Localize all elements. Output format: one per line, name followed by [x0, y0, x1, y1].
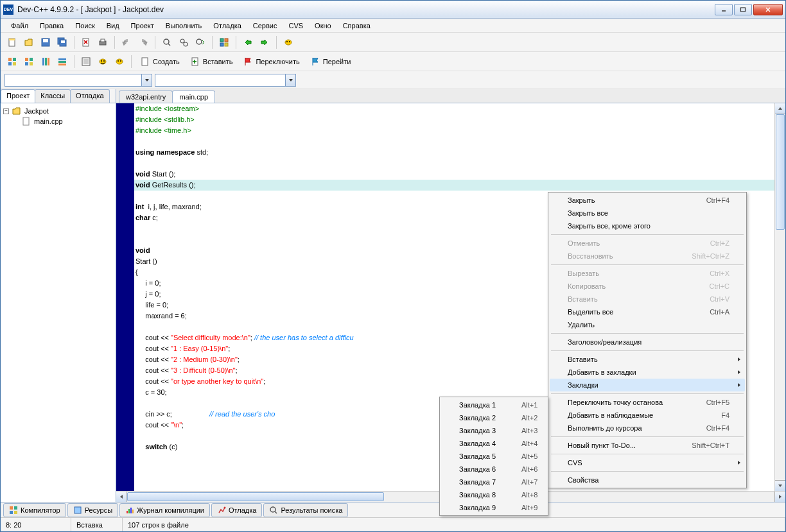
- context-menu-main[interactable]: ЗакрытьCtrl+F4Закрыть всеЗакрыть все, кр…: [548, 192, 747, 488]
- scroll-left-icon[interactable]: [116, 492, 127, 502]
- class-combo[interactable]: [4, 74, 152, 87]
- bottomtab-3[interactable]: Отладка: [211, 503, 262, 517]
- close-file-button[interactable]: [78, 35, 94, 50]
- menuitem-cvs[interactable]: CVS: [550, 456, 745, 469]
- svg-rect-31: [13, 62, 16, 65]
- scroll-up-icon[interactable]: [775, 103, 785, 114]
- menuitem-закладка-9[interactable]: Закладка 9Alt+9: [441, 501, 546, 514]
- menuitem-добавить-в-наблюдаемые[interactable]: Добавить в наблюдаемыеF4: [550, 409, 745, 422]
- tool-vbar-icon[interactable]: [38, 54, 53, 69]
- menu-cvs[interactable]: CVS: [283, 19, 308, 32]
- menuitem-выделить-все[interactable]: Выделить всеCtrl+A: [550, 305, 745, 318]
- menu-поиск[interactable]: Поиск: [70, 19, 100, 32]
- toggle-labeled-button[interactable]: Переключить: [238, 54, 304, 69]
- scroll-thumb-h[interactable]: [127, 492, 384, 501]
- print-button[interactable]: [95, 35, 110, 50]
- menuitem-выполнить-до-курсора[interactable]: Выполнить до курсораCtrl+F4: [550, 422, 745, 434]
- menuitem-закладки[interactable]: Закладки: [550, 379, 745, 391]
- project-tree[interactable]: − Jackpot main.cpp: [1, 103, 116, 502]
- svg-rect-58: [127, 511, 128, 513]
- menuitem-закладка-1[interactable]: Закладка 1Alt+1: [441, 399, 546, 411]
- findnext-button[interactable]: [193, 35, 208, 50]
- tool-hbar-icon[interactable]: [55, 54, 70, 69]
- menu-выполнить[interactable]: Выполнить: [161, 19, 207, 32]
- svg-rect-1: [741, 8, 746, 12]
- sidetab-0[interactable]: Проект: [1, 89, 35, 103]
- save-button[interactable]: [38, 35, 53, 50]
- minimize-button[interactable]: [715, 4, 733, 15]
- collapse-icon[interactable]: −: [3, 108, 9, 114]
- filetab-w32api.entry[interactable]: w32api.entry: [119, 90, 173, 103]
- menu-сервис[interactable]: Сервис: [248, 19, 283, 32]
- menu-правка[interactable]: Правка: [35, 19, 69, 32]
- method-combo[interactable]: [155, 74, 296, 87]
- scroll-right-icon[interactable]: [774, 492, 785, 502]
- chevron-down-icon[interactable]: [141, 74, 152, 86]
- new-file-button[interactable]: [4, 35, 20, 50]
- menu-вид[interactable]: Вид: [101, 19, 125, 32]
- bottomtab-0[interactable]: Компилятор: [3, 503, 66, 517]
- class-combo-input[interactable]: [5, 76, 141, 84]
- menuitem-закладка-5[interactable]: Закладка 5Alt+5: [441, 450, 546, 463]
- menuitem-закрыть-все[interactable]: Закрыть все: [550, 207, 745, 219]
- menu-окно[interactable]: Окно: [310, 19, 336, 32]
- goto-labeled-button[interactable]: Перейти: [306, 54, 356, 69]
- bottomtab-1[interactable]: Ресурсы: [67, 503, 118, 517]
- menuitem-свойства[interactable]: Свойства: [550, 474, 745, 486]
- menu-отладка[interactable]: Отладка: [208, 19, 246, 32]
- titlebar[interactable]: DEV Dev-C++ 4.9.9.2 - [ Jackpot ] - Jack…: [1, 1, 785, 19]
- menu-проект[interactable]: Проект: [126, 19, 159, 32]
- insert-labeled-button[interactable]: Вставить: [186, 54, 238, 69]
- new-labeled-button[interactable]: Создать: [135, 54, 184, 69]
- menuitem-закладка-3[interactable]: Закладка 3Alt+3: [441, 424, 546, 437]
- sidetab-2[interactable]: Отладка: [70, 89, 109, 103]
- menuitem-удалить[interactable]: Удалить: [550, 318, 745, 331]
- tree-file[interactable]: main.cpp: [3, 116, 113, 126]
- gutter[interactable]: [116, 103, 134, 491]
- debug-button[interactable]: [281, 35, 296, 50]
- saveall-button[interactable]: [55, 35, 70, 50]
- redo-button[interactable]: [135, 35, 151, 50]
- vertical-scrollbar[interactable]: [774, 103, 785, 491]
- menuitem-закладка-2[interactable]: Закладка 2Alt+2: [441, 411, 546, 424]
- undo-button[interactable]: [119, 35, 134, 50]
- bottomtab-2[interactable]: Журнал компиляции: [119, 503, 210, 517]
- fullscreen-icon[interactable]: [78, 54, 94, 69]
- tool-grid-icon[interactable]: [4, 54, 20, 69]
- help2-icon[interactable]: [112, 54, 127, 69]
- maximize-button[interactable]: [734, 4, 752, 15]
- scroll-down-icon[interactable]: [775, 480, 785, 491]
- scroll-thumb[interactable]: [776, 114, 785, 230]
- menuitem-добавить-в-закладки[interactable]: Добавить в закладки: [550, 366, 745, 379]
- close-button[interactable]: [753, 4, 783, 15]
- bottomtab-icon: [73, 506, 82, 515]
- menu-справка[interactable]: Справка: [338, 19, 376, 32]
- sidetab-1[interactable]: Классы: [35, 89, 71, 103]
- menuitem-вставить[interactable]: Вставить: [550, 353, 745, 366]
- menuitem-закладка-8[interactable]: Закладка 8Alt+8: [441, 488, 546, 501]
- open-button[interactable]: [21, 35, 37, 50]
- replace-button[interactable]: [176, 35, 191, 50]
- filetab-main.cpp[interactable]: main.cpp: [172, 90, 215, 103]
- menu-файл[interactable]: Файл: [6, 19, 33, 32]
- menuitem-новый-пункт-to-do...[interactable]: Новый пункт To-Do...Shift+Ctrl+T: [550, 439, 745, 452]
- menuitem-закладка-6[interactable]: Закладка 6Alt+6: [441, 463, 546, 476]
- tree-root[interactable]: − Jackpot: [3, 106, 113, 116]
- menuitem-закладка-7[interactable]: Закладка 7Alt+7: [441, 476, 546, 488]
- bottomtab-4[interactable]: Результаты поиска: [263, 503, 348, 517]
- menuitem-заголовок/реализация[interactable]: Заголовок/реализация: [550, 336, 745, 348]
- help-icon[interactable]: [95, 54, 110, 69]
- chevron-right-icon: [737, 460, 741, 465]
- menuitem-переключить-точку-останова[interactable]: Переключить точку остановаCtrl+F5: [550, 396, 745, 409]
- run-button[interactable]: [240, 35, 256, 50]
- find-button[interactable]: [159, 35, 175, 50]
- compile-button[interactable]: [216, 35, 232, 50]
- menuitem-закрыть-все,-кроме-этого[interactable]: Закрыть все, кроме этого: [550, 219, 745, 232]
- chevron-down-icon[interactable]: [285, 74, 295, 86]
- menuitem-закладка-4[interactable]: Закладка 4Alt+4: [441, 437, 546, 450]
- method-combo-input[interactable]: [155, 76, 285, 84]
- tool-grid2-icon[interactable]: [21, 54, 37, 69]
- compile-run-button[interactable]: [257, 35, 272, 50]
- context-menu-bookmarks[interactable]: Закладка 1Alt+1Закладка 2Alt+2Закладка 3…: [439, 397, 548, 516]
- menuitem-закрыть[interactable]: ЗакрытьCtrl+F4: [550, 194, 745, 207]
